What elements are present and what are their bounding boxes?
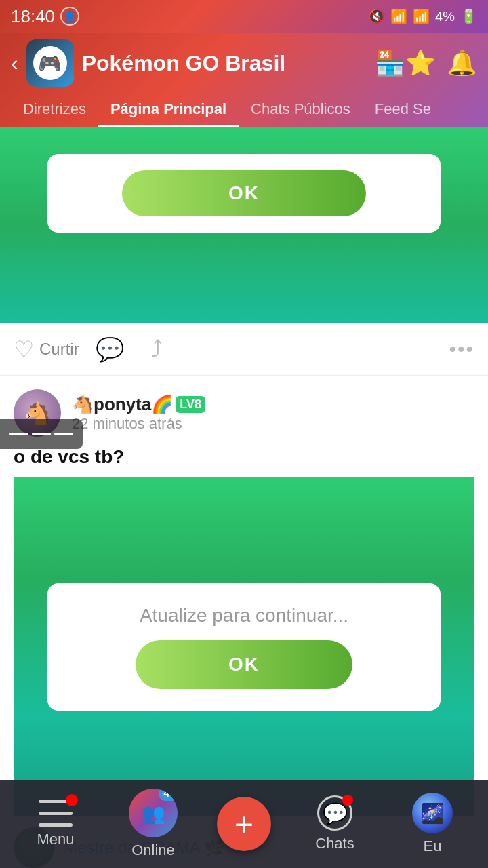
nav-menu[interactable]: Menu bbox=[22, 800, 89, 848]
share-icon: ⤴ bbox=[151, 336, 163, 363]
battery-icon: 🔋 bbox=[460, 8, 477, 24]
comment-icon: 💬 bbox=[96, 336, 124, 363]
like-icon: ♡ bbox=[14, 336, 34, 363]
online-label: Online bbox=[131, 842, 175, 859]
post-1-actions: ♡ Curtir 💬 ⤴ ••• bbox=[0, 323, 488, 376]
signal-icon: 📶 bbox=[413, 8, 430, 24]
comment-button[interactable]: 💬 bbox=[96, 336, 124, 363]
back-button[interactable]: ‹ bbox=[11, 51, 18, 76]
post-2-meta: 🐴ponyta🌈 LV8 22 minutos atrás bbox=[72, 394, 205, 433]
nav-tabs: Diretrizes Página Principal Chats Públic… bbox=[11, 94, 477, 127]
wifi-icon: 📶 bbox=[390, 8, 407, 24]
feed-area: OK ♡ Curtir 💬 ⤴ ••• 🐴 bbox=[0, 127, 488, 868]
slide-panel-button[interactable] bbox=[0, 419, 83, 449]
mute-icon: 🔇 bbox=[368, 8, 385, 24]
chats-icon: 💬 bbox=[317, 795, 352, 831]
update-message: Atualize para continuar... bbox=[140, 605, 348, 627]
eu-label: Eu bbox=[424, 837, 442, 855]
tab-chats-publicos[interactable]: Chats Públicos bbox=[239, 94, 363, 127]
post-1-partial: OK ♡ Curtir 💬 ⤴ ••• bbox=[0, 127, 488, 376]
add-button[interactable]: + bbox=[217, 797, 271, 851]
nav-chats[interactable]: 💬 Chats bbox=[301, 795, 369, 852]
header-left: ‹ 🎮 Pokémon GO Brasil bbox=[11, 39, 285, 87]
post-2-text: o de vcs tb? bbox=[14, 446, 474, 468]
post-2-image: Atualize para continuar... OK bbox=[14, 477, 474, 816]
store-icon[interactable]: 🏪⭐ bbox=[375, 49, 436, 77]
like-button[interactable]: ♡ Curtir bbox=[14, 336, 79, 363]
online-avatar: 👥 47 bbox=[129, 789, 178, 837]
tab-diretrizes[interactable]: Diretrizes bbox=[11, 94, 98, 127]
bottom-nav: Menu 👥 47 Online + 💬 Chats 🌌 Eu bbox=[0, 780, 488, 868]
post-1-dialog: OK bbox=[47, 154, 441, 233]
status-time: 18:40 bbox=[11, 6, 55, 27]
app-logo: 🎮 bbox=[26, 39, 74, 87]
post-2-time: 22 minutos atrás bbox=[72, 415, 205, 433]
tab-pagina-principal[interactable]: Página Principal bbox=[98, 94, 239, 127]
post-2-ok-button[interactable]: OK bbox=[136, 640, 352, 689]
post-2-username: 🐴ponyta🌈 LV8 bbox=[72, 394, 205, 415]
app-title: Pokémon GO Brasil bbox=[82, 51, 286, 76]
menu-icon bbox=[39, 800, 73, 827]
post-2-dialog: Atualize para continuar... OK bbox=[47, 583, 441, 711]
like-label: Curtir bbox=[39, 340, 79, 359]
post-2-header: 🐴 🐴ponyta🌈 LV8 22 minutos atrás bbox=[14, 389, 474, 437]
menu-label: Menu bbox=[37, 831, 74, 848]
chats-notification-dot bbox=[342, 795, 353, 806]
status-bar: 18:40 👤 🔇 📶 📶 4% 🔋 bbox=[0, 0, 488, 33]
bell-icon[interactable]: 🔔 bbox=[447, 49, 477, 77]
status-time-section: 18:40 👤 bbox=[11, 6, 79, 27]
app-header: ‹ 🎮 Pokémon GO Brasil 🏪⭐ 🔔 Diretrizes Pá… bbox=[0, 33, 488, 127]
profile-icon: 👤 bbox=[60, 7, 79, 26]
level-badge: LV8 bbox=[176, 396, 205, 413]
online-count: 47 bbox=[159, 789, 178, 801]
nav-online[interactable]: 👥 47 Online bbox=[119, 789, 187, 859]
more-icon: ••• bbox=[449, 338, 474, 361]
post-1-ok-button[interactable]: OK bbox=[122, 170, 366, 216]
tab-feed-se[interactable]: Feed Se bbox=[363, 94, 443, 127]
more-button[interactable]: ••• bbox=[449, 338, 474, 361]
share-button[interactable]: ⤴ bbox=[151, 336, 163, 363]
chats-label: Chats bbox=[315, 835, 354, 852]
add-icon: + bbox=[235, 806, 253, 843]
battery-level: 4% bbox=[435, 9, 455, 24]
header-right: 🏪⭐ 🔔 bbox=[375, 49, 477, 77]
status-icons: 🔇 📶 📶 4% 🔋 bbox=[368, 8, 477, 24]
post-1-image: OK bbox=[0, 127, 488, 323]
eu-avatar: 🌌 bbox=[412, 793, 453, 833]
nav-eu[interactable]: 🌌 Eu bbox=[399, 793, 466, 855]
